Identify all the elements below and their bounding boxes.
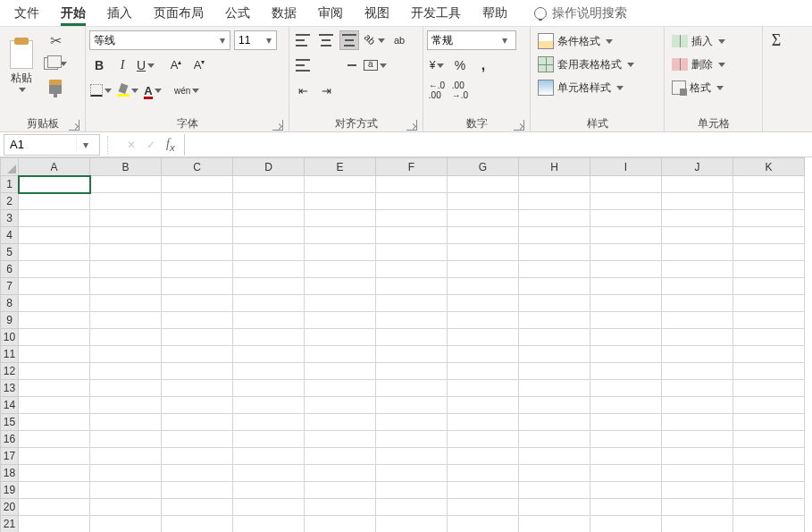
row-header[interactable]: 3 [1,210,19,227]
enter-button[interactable]: ✓ [146,139,155,151]
cell[interactable] [376,363,448,380]
cell[interactable] [662,431,733,448]
cell[interactable] [590,227,662,244]
cell[interactable] [90,414,162,431]
cell[interactable] [162,431,233,448]
cell[interactable] [376,312,448,329]
cell[interactable] [733,465,805,482]
tell-me-search[interactable]: 操作说明搜索 [534,5,627,21]
cell[interactable] [305,329,376,346]
cell[interactable] [733,278,805,295]
chevron-down-icon[interactable]: ▾ [215,34,230,46]
chevron-down-icon[interactable]: ▾ [262,34,276,46]
wrap-text-button[interactable]: ab [389,30,409,50]
column-header[interactable]: G [448,158,519,176]
format-cells-button[interactable]: 格式 [668,77,727,98]
column-header[interactable]: B [90,158,162,176]
decrease-indent-button[interactable]: ⇤ [293,80,313,100]
cell[interactable] [590,278,662,295]
cell[interactable] [162,363,233,380]
cell[interactable] [162,244,233,261]
cell[interactable] [448,261,519,278]
orientation-button[interactable]: ab [363,30,386,50]
row-header[interactable]: 5 [1,244,19,261]
cell[interactable] [233,346,305,363]
autosum-button[interactable]: Σ [766,30,786,50]
font-size-combo[interactable]: ▾ [234,30,277,50]
row-header[interactable]: 2 [1,193,19,210]
cell[interactable] [733,482,805,499]
cell[interactable] [376,193,448,210]
cell[interactable] [733,295,805,312]
cell[interactable] [90,431,162,448]
cell[interactable] [733,176,805,193]
cell[interactable] [90,295,162,312]
cell[interactable] [590,380,662,397]
decrease-decimal-button[interactable]: .00→.0 [450,80,470,100]
align-bottom-button[interactable] [339,30,359,50]
cell[interactable] [590,244,662,261]
cell[interactable] [519,210,590,227]
cell[interactable] [19,312,90,329]
delete-cells-button[interactable]: 删除 [668,54,729,75]
cell[interactable] [90,329,162,346]
cell[interactable] [233,210,305,227]
row-header[interactable]: 1 [1,176,19,193]
increase-decimal-button[interactable]: ←.0.00 [427,80,447,100]
resize-handle[interactable] [107,136,114,154]
row-header[interactable]: 15 [1,414,19,431]
cell[interactable] [162,397,233,414]
cell[interactable] [448,312,519,329]
cell[interactable] [376,380,448,397]
cell[interactable] [233,397,305,414]
cell[interactable] [233,482,305,499]
cell[interactable] [376,244,448,261]
cell[interactable] [90,482,162,499]
cell[interactable] [662,295,733,312]
menu-insert[interactable]: 插入 [96,2,143,25]
cell[interactable] [305,516,376,533]
cut-button[interactable]: ✂ [46,30,65,50]
cell[interactable] [733,380,805,397]
cell[interactable] [162,499,233,516]
cell[interactable] [376,176,448,193]
cell[interactable] [233,261,305,278]
cell[interactable] [162,346,233,363]
chevron-down-icon[interactable]: ▾ [498,34,512,46]
align-left-button[interactable] [293,55,313,75]
cell[interactable] [19,193,90,210]
cell[interactable] [305,278,376,295]
cell[interactable] [590,346,662,363]
cell[interactable] [90,176,162,193]
row-header[interactable]: 4 [1,227,19,244]
cell[interactable] [19,363,90,380]
cell[interactable] [590,295,662,312]
cell[interactable] [305,499,376,516]
cell[interactable] [448,193,519,210]
align-center-button[interactable] [316,55,336,75]
cell[interactable] [519,244,590,261]
cell[interactable] [90,193,162,210]
align-right-button[interactable] [339,55,359,75]
cell[interactable] [19,227,90,244]
name-box-input[interactable] [4,138,76,151]
cell[interactable] [162,295,233,312]
cell[interactable] [19,244,90,261]
cell[interactable] [305,312,376,329]
cell[interactable] [519,448,590,465]
cell[interactable] [662,397,733,414]
row-header[interactable]: 16 [1,431,19,448]
cell[interactable] [519,295,590,312]
menu-file[interactable]: 文件 [4,2,50,25]
cell[interactable] [90,244,162,261]
cell[interactable] [162,482,233,499]
row-header[interactable]: 14 [1,397,19,414]
cell[interactable] [19,346,90,363]
dialog-launcher[interactable] [514,120,524,131]
cell[interactable] [733,329,805,346]
cell[interactable] [305,482,376,499]
column-header[interactable]: C [162,158,233,176]
cell[interactable] [376,278,448,295]
font-name-input[interactable] [90,34,215,46]
align-top-button[interactable] [293,30,313,50]
